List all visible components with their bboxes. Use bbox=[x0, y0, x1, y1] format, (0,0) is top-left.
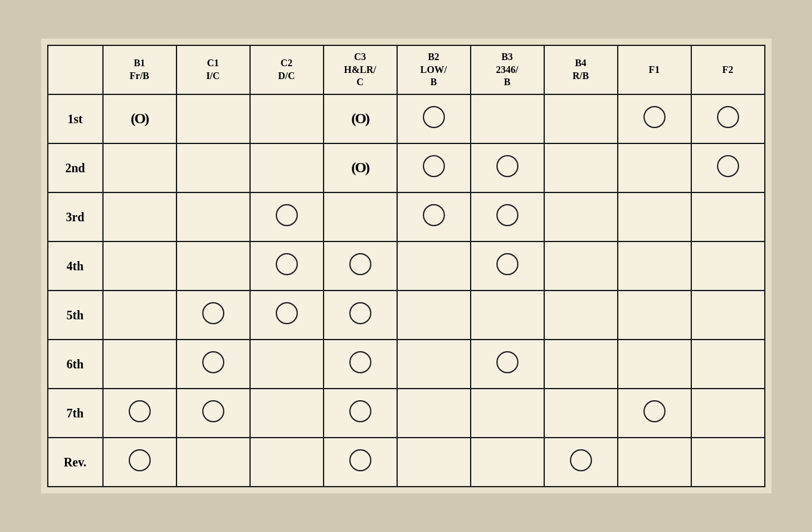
circle-symbol bbox=[349, 400, 371, 422]
cell-6th-c1 bbox=[176, 340, 250, 389]
cell-rev-c2 bbox=[250, 438, 324, 487]
cell-4th-b1 bbox=[103, 241, 176, 291]
col-header-f2: F2 bbox=[691, 45, 765, 94]
cell-6th-c3 bbox=[324, 340, 397, 389]
cell-2nd-b1 bbox=[103, 143, 176, 192]
circle-symbol bbox=[496, 204, 518, 226]
cell-rev-b1 bbox=[103, 438, 176, 487]
circle-symbol bbox=[202, 351, 224, 373]
cell-7th-f1 bbox=[618, 389, 691, 438]
table-body: 1st(O)(O)2nd(O)3rd4th5th6th7thRev. bbox=[48, 94, 765, 487]
cell-7th-b3 bbox=[471, 389, 544, 438]
cell-rev-c3 bbox=[324, 438, 397, 487]
circle-symbol bbox=[202, 302, 224, 324]
cell-4th-b3 bbox=[471, 241, 544, 291]
cell-7th-c3 bbox=[324, 389, 397, 438]
row-header-2nd: 2nd bbox=[48, 143, 103, 192]
cell-6th-f1 bbox=[618, 340, 691, 389]
cell-3rd-f2 bbox=[691, 192, 765, 241]
cell-1st-b2 bbox=[397, 94, 471, 143]
circle-symbol bbox=[276, 302, 298, 324]
cell-7th-b1 bbox=[103, 389, 176, 438]
cell-7th-c2 bbox=[250, 389, 324, 438]
cell-6th-b2 bbox=[397, 340, 471, 389]
corner-cell bbox=[48, 45, 103, 94]
circle-symbol bbox=[643, 400, 666, 422]
circle-symbol bbox=[423, 155, 445, 177]
cell-2nd-c1 bbox=[176, 143, 250, 192]
cell-6th-b3 bbox=[471, 340, 544, 389]
cell-5th-f1 bbox=[618, 291, 691, 340]
cell-4th-b4 bbox=[544, 241, 618, 291]
cell-3rd-c1 bbox=[176, 192, 250, 241]
cell-5th-b1 bbox=[103, 291, 176, 340]
circle-symbol bbox=[129, 400, 151, 422]
cell-6th-b4 bbox=[544, 340, 618, 389]
cell-6th-b1 bbox=[103, 340, 176, 389]
cell-1st-b4 bbox=[544, 94, 618, 143]
table-container: B1Fr/B C1I/C C2D/C C3H&LR/C B2LOW/B B323… bbox=[41, 39, 772, 493]
cell-3rd-f1 bbox=[618, 192, 691, 241]
cell-7th-c1 bbox=[176, 389, 250, 438]
table-row: 3rd bbox=[48, 192, 765, 241]
cell-2nd-c2 bbox=[250, 143, 324, 192]
cell-3rd-c2 bbox=[250, 192, 324, 241]
table-row: 1st(O)(O) bbox=[48, 94, 765, 143]
col-header-c2: C2D/C bbox=[250, 45, 324, 94]
circle-symbol bbox=[129, 449, 151, 471]
cell-2nd-b2 bbox=[397, 143, 471, 192]
col-header-b2: B2LOW/B bbox=[397, 45, 471, 94]
cell-4th-b2 bbox=[397, 241, 471, 291]
cell-4th-f2 bbox=[691, 241, 765, 291]
cell-1st-f1 bbox=[618, 94, 691, 143]
cell-1st-f2 bbox=[691, 94, 765, 143]
cell-5th-b2 bbox=[397, 291, 471, 340]
cell-1st-c3: (O) bbox=[324, 94, 397, 143]
col-header-b3: B32346/B bbox=[471, 45, 544, 94]
row-header-7th: 7th bbox=[48, 389, 103, 438]
cell-7th-f2 bbox=[691, 389, 765, 438]
cell-5th-c2 bbox=[250, 291, 324, 340]
col-header-b4: B4R/B bbox=[544, 45, 618, 94]
col-header-f1: F1 bbox=[618, 45, 691, 94]
cell-2nd-c3: (O) bbox=[324, 143, 397, 192]
cell-4th-f1 bbox=[618, 241, 691, 291]
row-header-4th: 4th bbox=[48, 241, 103, 291]
main-table: B1Fr/B C1I/C C2D/C C3H&LR/C B2LOW/B B323… bbox=[47, 45, 765, 487]
circle-symbol bbox=[349, 449, 371, 471]
cell-4th-c2 bbox=[250, 241, 324, 291]
cell-5th-c3 bbox=[324, 291, 397, 340]
circle-symbol bbox=[496, 155, 518, 177]
cell-3rd-c3 bbox=[324, 192, 397, 241]
cell-2nd-b4 bbox=[544, 143, 618, 192]
cell-rev-f1 bbox=[618, 438, 691, 487]
circle-symbol bbox=[349, 302, 371, 324]
circle-symbol bbox=[496, 351, 518, 373]
cell-5th-b4 bbox=[544, 291, 618, 340]
cell-6th-c2 bbox=[250, 340, 324, 389]
circle-symbol bbox=[276, 204, 298, 226]
circle-symbol bbox=[717, 106, 739, 128]
circle-symbol bbox=[643, 106, 666, 128]
row-header-rev: Rev. bbox=[48, 438, 103, 487]
circle-symbol bbox=[496, 253, 518, 275]
row-header-1st: 1st bbox=[48, 94, 103, 143]
paren-circle-symbol: (O) bbox=[131, 110, 148, 126]
table-row: 2nd(O) bbox=[48, 143, 765, 192]
table-row: 7th bbox=[48, 389, 765, 438]
cell-4th-c3 bbox=[324, 241, 397, 291]
cell-rev-c1 bbox=[176, 438, 250, 487]
cell-1st-c1 bbox=[176, 94, 250, 143]
cell-3rd-b2 bbox=[397, 192, 471, 241]
cell-2nd-b3 bbox=[471, 143, 544, 192]
circle-symbol bbox=[349, 351, 371, 373]
circle-symbol bbox=[276, 253, 298, 275]
cell-5th-c1 bbox=[176, 291, 250, 340]
cell-5th-f2 bbox=[691, 291, 765, 340]
cell-2nd-f2 bbox=[691, 143, 765, 192]
cell-4th-c1 bbox=[176, 241, 250, 291]
cell-rev-b3 bbox=[471, 438, 544, 487]
cell-2nd-f1 bbox=[618, 143, 691, 192]
cell-rev-b2 bbox=[397, 438, 471, 487]
table-row: Rev. bbox=[48, 438, 765, 487]
